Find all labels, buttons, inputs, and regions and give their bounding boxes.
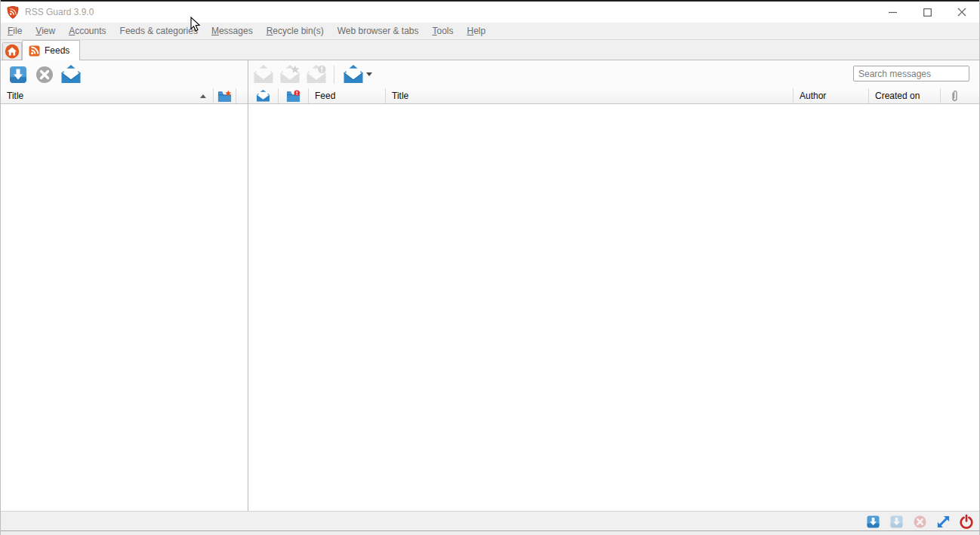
menu-file[interactable]: File [1, 23, 29, 38]
mark-read-button[interactable] [252, 63, 274, 85]
messages-column-author[interactable]: Author [794, 88, 869, 103]
envelope-icon [256, 90, 270, 102]
messages-column-importance[interactable] [279, 88, 309, 103]
chevron-down-icon [366, 72, 372, 76]
minimize-icon [889, 8, 897, 17]
window-title: RSS Guard 3.9.0 [25, 7, 94, 17]
menu-recycle-bins[interactable]: Recycle bin(s) [260, 23, 331, 38]
tab-bar: Feeds [1, 40, 979, 60]
menu-help[interactable]: Help [461, 23, 493, 38]
update-feeds-icon [866, 515, 880, 529]
statusbar-update-feeds-button[interactable] [865, 514, 880, 529]
app-shield-icon [7, 6, 19, 19]
messages-list[interactable] [248, 104, 979, 511]
sort-ascending-icon [200, 94, 206, 98]
mark-important-button[interactable] [279, 63, 300, 85]
feeds-column-counts[interactable] [214, 88, 236, 103]
title-bar: RSS Guard 3.9.0 [1, 2, 979, 23]
mark-feed-read-button[interactable] [60, 63, 82, 85]
menu-accounts[interactable]: Accounts [62, 23, 112, 38]
menu-bar: File View Accounts Feeds & categories Me… [1, 23, 979, 40]
folder-star-icon [217, 90, 232, 103]
menu-messages[interactable]: Messages [205, 23, 260, 38]
feeds-list-header: Title [1, 88, 248, 104]
quit-button[interactable] [959, 514, 974, 529]
menu-web-browser-tabs[interactable]: Web browser & tabs [331, 23, 426, 38]
fullscreen-icon [936, 515, 951, 529]
app-window: RSS Guard 3.9.0 File View Accounts Feeds… [0, 0, 980, 535]
stop-update-button[interactable] [33, 63, 55, 85]
rss-feed-icon [29, 45, 40, 57]
mark-unread-button[interactable] [305, 63, 327, 85]
menu-view[interactable]: View [29, 23, 62, 38]
search-input[interactable] [853, 66, 969, 81]
maximize-icon [923, 8, 932, 17]
mark-read-icon [253, 65, 274, 84]
home-icon [5, 44, 20, 59]
close-icon [957, 8, 966, 17]
tab-home[interactable] [2, 42, 22, 60]
quit-icon [959, 514, 974, 530]
stop-update-icon [35, 65, 54, 85]
maximize-button[interactable] [910, 2, 945, 23]
feeds-column-title[interactable]: Title [1, 88, 214, 103]
feeds-toolbar [7, 63, 82, 85]
tab-feeds[interactable]: Feeds [22, 40, 80, 60]
update-feeds-icon [8, 65, 28, 85]
messages-column-title[interactable]: Title [386, 88, 794, 103]
messages-list-header: Feed Title Author Created on [248, 88, 980, 104]
window-resize-edge[interactable] [1, 530, 979, 535]
fullscreen-button[interactable] [935, 514, 951, 529]
stop-update-icon [913, 515, 927, 529]
messages-column-read[interactable] [248, 88, 279, 103]
messages-column-created-on[interactable]: Created on [869, 88, 941, 103]
mark-all-read-dropdown-button[interactable] [341, 63, 373, 85]
statusbar-update-selected-button[interactable] [889, 514, 904, 529]
mark-feed-read-icon [60, 65, 82, 84]
messages-column-feed[interactable]: Feed [309, 88, 386, 103]
paperclip-icon [950, 90, 960, 103]
mark-unread-icon [306, 65, 327, 84]
update-selected-feeds-icon [889, 515, 904, 529]
toolbar [1, 60, 979, 88]
folder-alert-icon [286, 90, 300, 103]
mark-all-read-icon [343, 65, 364, 84]
messages-toolbar [252, 63, 373, 85]
feeds-list[interactable] [1, 104, 248, 511]
mark-important-icon [279, 65, 300, 84]
menu-tools[interactable]: Tools [426, 23, 461, 38]
menu-feeds-categories[interactable]: Feeds & categories [113, 23, 205, 38]
minimize-button[interactable] [875, 2, 910, 23]
close-button[interactable] [945, 2, 979, 23]
tab-feeds-label: Feeds [45, 45, 69, 56]
update-feeds-button[interactable] [7, 63, 29, 85]
statusbar-stop-update-button[interactable] [912, 514, 927, 529]
messages-column-attachment[interactable] [941, 88, 980, 103]
feeds-header-spacer [236, 88, 248, 103]
toolbar-separator [334, 66, 334, 84]
status-bar [1, 511, 979, 530]
